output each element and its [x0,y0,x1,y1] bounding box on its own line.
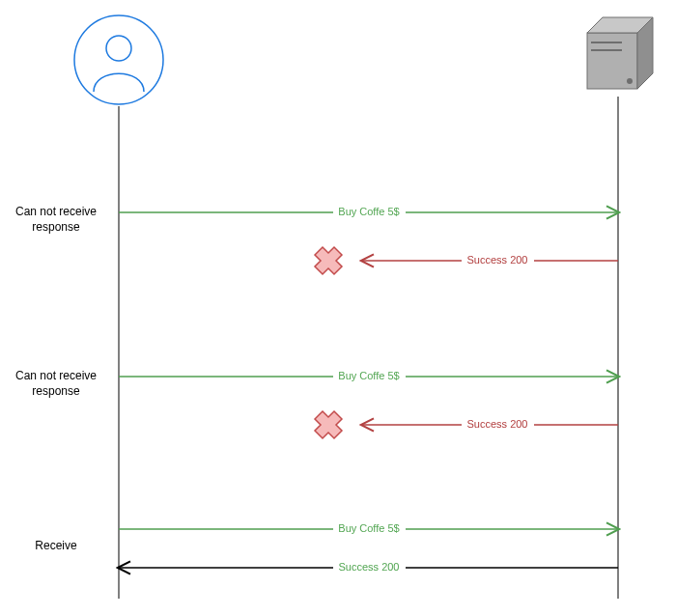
svg-point-7 [627,78,633,84]
diagram-svg: Buy Coffe 5$ Success 200 Buy Coffe 5$ Su… [0,0,676,616]
sequence-diagram: Can not receive response Can not receive… [0,0,676,616]
msg-req1-label: Buy Coffe 5$ [338,206,399,217]
svg-point-0 [74,15,163,104]
server-icon [587,17,653,89]
msg-resp3-label: Success 200 [339,561,400,573]
msg-req2-label: Buy Coffe 5$ [338,370,399,381]
cross-icon [315,411,342,438]
msg-req3-label: Buy Coffe 5$ [338,522,399,534]
cross-icon [315,247,342,274]
svg-point-1 [106,36,131,61]
user-icon [74,15,163,104]
msg-resp1-label: Success 200 [467,254,528,266]
msg-resp2-label: Success 200 [467,418,528,430]
